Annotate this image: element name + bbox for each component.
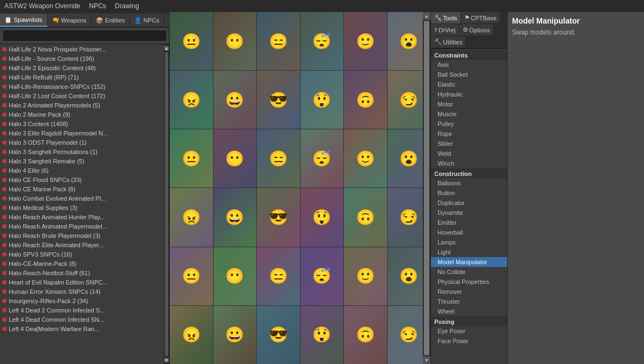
list-item[interactable]: Halo 4 Elite (6) <box>0 166 164 175</box>
list-item[interactable]: Half-Life 2 Episodic Content (48) <box>0 63 164 72</box>
grid-scroll-up[interactable]: ▲ <box>423 12 430 20</box>
scroll-down-btn[interactable]: ▼ <box>164 358 169 362</box>
grid-cell[interactable]: 😑 <box>257 129 300 187</box>
list-item[interactable]: Left 4 Dead 2 Common Infected S... <box>0 305 164 315</box>
tab-npcs[interactable]: 👤 NPCs <box>130 14 164 27</box>
grid-cell[interactable]: 😠 <box>170 306 213 364</box>
scroll-thumb[interactable] <box>165 52 168 356</box>
list-item[interactable]: Half-Life-Renaissance-SNPCs (152) <box>0 82 164 91</box>
tab-weapons[interactable]: 🔫 Weapons <box>48 14 91 27</box>
tool-item[interactable]: Light <box>431 247 507 257</box>
tool-item[interactable]: Model Manipulator <box>431 257 507 267</box>
list-item[interactable]: Halo Reach Elite Animated Player... <box>0 240 164 249</box>
grid-cell[interactable]: 😐 <box>170 247 213 305</box>
list-item[interactable]: Human Error Xenians SNPCs (14) <box>0 287 164 296</box>
grid-cell[interactable]: 😎 <box>257 71 300 129</box>
tool-item[interactable]: Pulley <box>431 119 507 129</box>
grid-cell[interactable]: 😶 <box>214 247 257 305</box>
list-item[interactable]: Halo Combat Evolved Animated Pl... <box>0 194 164 203</box>
list-item[interactable]: Halo 2 Marine Pack (9) <box>0 110 164 119</box>
tool-item[interactable]: Hoverball <box>431 228 507 237</box>
list-item[interactable]: Half-Life 2 Nova Prospekt Prisoner... <box>0 44 164 54</box>
list-item[interactable]: Halo Reach Brute Playermodel (3) <box>0 231 164 240</box>
tool-item[interactable]: Thruster <box>431 297 507 306</box>
list-item[interactable]: Halo 3 Sangheli Remake (5) <box>0 156 164 166</box>
grid-cell[interactable]: 😐 <box>170 129 213 187</box>
grid-cell[interactable]: 🙃 <box>344 188 387 246</box>
list-item[interactable]: Halo-Reach-Nextbot-Stuff (61) <box>0 268 164 277</box>
grid-cell[interactable]: 😶 <box>214 129 257 187</box>
tool-item[interactable]: Elastic <box>431 79 507 89</box>
grid-cell[interactable]: 🙂 <box>344 129 387 187</box>
grid-cell[interactable]: 😴 <box>301 129 344 187</box>
tools-tab-cptbase[interactable]: ⚑ CPTBase <box>461 12 501 24</box>
tool-item[interactable]: Slider <box>431 139 507 149</box>
tab-vehicles[interactable]: 🚗 Vehicles <box>164 14 169 27</box>
grid-cell[interactable]: 😲 <box>301 306 344 364</box>
tab-entities[interactable]: 📦 Entities <box>91 14 130 27</box>
list-item[interactable]: Heart of Evil Napalm Edition SNPC... <box>0 277 164 287</box>
grid-cell[interactable]: 🙃 <box>344 71 387 129</box>
grid-cell[interactable]: 😀 <box>214 71 257 129</box>
list-item[interactable]: Left 4 Dead Common Infected SN... <box>0 315 164 324</box>
tools-tab-options[interactable]: ⚙ Options <box>459 24 494 36</box>
grid-cell[interactable]: 🙂 <box>344 247 387 305</box>
grid-cell[interactable]: 😐 <box>170 12 213 70</box>
tool-item[interactable]: Remover <box>431 287 507 297</box>
list-item[interactable]: Halo Medical Supplies (3) <box>0 203 164 212</box>
grid-cell[interactable]: 😎 <box>257 188 300 246</box>
grid-scroll-down[interactable]: ▼ <box>423 356 430 364</box>
list-item[interactable]: Halo-CE-Marine-Pack (8) <box>0 259 164 268</box>
grid-cell[interactable]: 😀 <box>214 188 257 246</box>
grid-cell[interactable]: 😀 <box>214 306 257 364</box>
list-item[interactable]: Halo CE Flood SNPCs (33) <box>0 175 164 184</box>
list-item[interactable]: Half-Life - Source Content (196) <box>0 54 164 63</box>
tools-tab-drvrej[interactable]: ⚕ DrVrej <box>431 24 459 36</box>
grid-cell[interactable]: 😴 <box>301 12 344 70</box>
title-item-1[interactable]: ASTW2 Weapon Override <box>4 2 81 10</box>
tool-item[interactable]: No Collide <box>431 267 507 277</box>
tool-item[interactable]: Weld <box>431 149 507 158</box>
tool-item[interactable]: Ball Socket <box>431 70 507 79</box>
search-input[interactable] <box>2 30 167 42</box>
tool-item[interactable]: Winch <box>431 158 507 168</box>
tools-tab-tools[interactable]: 🔧 Tools <box>431 12 461 24</box>
tool-item[interactable]: Hydraulic <box>431 89 507 99</box>
tool-item[interactable]: Dynamite <box>431 208 507 218</box>
tool-item[interactable]: Rope <box>431 129 507 139</box>
grid-scrollbar[interactable]: ▲ ▼ <box>423 12 430 364</box>
list-scrollbar[interactable]: ▲ ▼ <box>164 44 169 364</box>
grid-cell[interactable]: 😎 <box>257 306 300 364</box>
tool-item[interactable]: Physical Properties <box>431 277 507 287</box>
tool-item[interactable]: Balloons <box>431 178 507 188</box>
list-item[interactable]: Halo SPV3 SNPCs (16) <box>0 249 164 259</box>
list-item[interactable]: Halo 3 Sangheli Permutations (1) <box>0 147 164 156</box>
grid-cell[interactable]: 😑 <box>257 247 300 305</box>
grid-cell[interactable]: 😴 <box>301 247 344 305</box>
list-item[interactable]: Halo Reach Animated Playermodel... <box>0 221 164 231</box>
grid-cell[interactable]: 😶 <box>214 12 257 70</box>
grid-cell[interactable]: 😑 <box>257 12 300 70</box>
tab-spawnlists[interactable]: 📋 Spawnlists <box>0 14 48 27</box>
tool-item[interactable]: Duplicator <box>431 198 507 208</box>
list-item[interactable]: Half-Life 2 Lost Coast Content (172) <box>0 91 164 100</box>
grid-cell[interactable]: 🙃 <box>344 306 387 364</box>
tool-item[interactable]: Button <box>431 188 507 198</box>
grid-scroll-thumb[interactable] <box>424 21 429 355</box>
tool-item[interactable]: Wheel <box>431 306 507 316</box>
list-item[interactable]: Halo 3 Content (1408) <box>0 119 164 128</box>
tool-item[interactable]: Eye Poser <box>431 326 507 336</box>
grid-cell[interactable]: 😠 <box>170 71 213 129</box>
list-item[interactable]: Halo 3 ODST Playemodel (1) <box>0 138 164 147</box>
list-item[interactable]: Left 4 Dea[Modern Warfare Ran... <box>0 324 164 333</box>
tool-item[interactable]: Face Poser <box>431 336 507 346</box>
tool-item[interactable]: Emitter <box>431 218 507 228</box>
list-item[interactable]: Insurgency-Rifles-Pack 2 (34) <box>0 296 164 305</box>
list-item[interactable]: Halo Reach Animated Hunter Play... <box>0 212 164 221</box>
list-item[interactable]: Halo 2 Animated Playermodels (5) <box>0 100 164 110</box>
list-item[interactable]: Halo CE Marine Pack (8) <box>0 184 164 194</box>
title-item-2[interactable]: NPCs <box>89 2 106 10</box>
tools-tab-utilities[interactable]: 🔨 Utilities <box>431 36 466 48</box>
tool-item[interactable]: Motor <box>431 99 507 109</box>
scroll-up-btn[interactable]: ▲ <box>164 46 169 50</box>
